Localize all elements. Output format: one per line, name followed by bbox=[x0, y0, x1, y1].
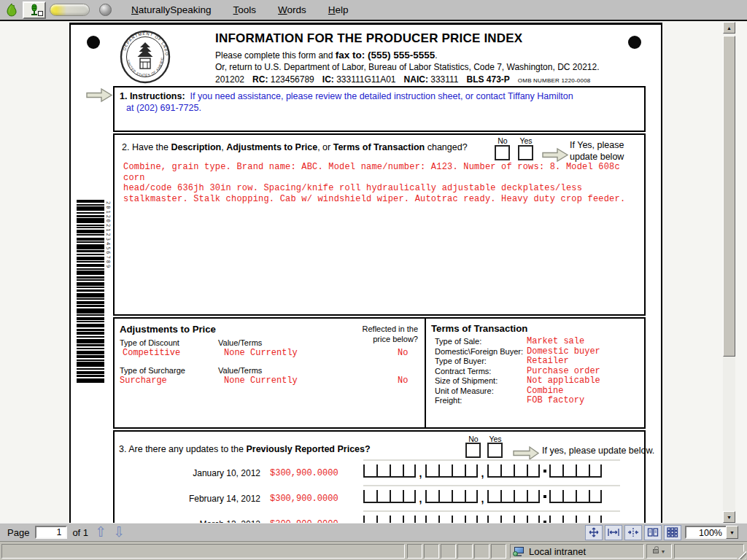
previous-page-button[interactable]: ⇧ bbox=[95, 526, 107, 539]
registration-mark-right bbox=[628, 36, 641, 49]
price-entry-combs[interactable]: , , bbox=[363, 516, 602, 523]
fit-width-button[interactable] bbox=[605, 525, 622, 540]
fit-width-icon bbox=[608, 527, 619, 537]
view-mode-buttons bbox=[585, 525, 681, 540]
seal-eagle-icon bbox=[138, 42, 153, 57]
section1-line1: 1. Instructions: If you need assistance,… bbox=[120, 91, 573, 101]
form-page: DEPARTMENT OF LABOR UNITED STATES OF AME… bbox=[69, 23, 662, 523]
dragon-logo-icon bbox=[2, 1, 20, 19]
section2-question: 2. Have the Description, Adjustments to … bbox=[122, 142, 468, 152]
ic-code: IC: 333111G11A01 bbox=[322, 74, 396, 85]
adjustments-box: Adjustments to Price Reflected in thepri… bbox=[113, 317, 426, 429]
reported-price: $300,900.0000 bbox=[270, 494, 338, 504]
zone-label: Local intranet bbox=[529, 546, 586, 557]
surcharge-reflected-flag: No bbox=[398, 376, 408, 386]
terms-box: Terms of Transaction Type of Sale:Market… bbox=[425, 317, 646, 429]
discount-type-label: Type of Discount bbox=[120, 338, 179, 347]
zoom-combo[interactable]: ▼ bbox=[685, 526, 738, 539]
microphone-button[interactable] bbox=[23, 1, 46, 19]
section1-box: 1. Instructions: If you need assistance,… bbox=[113, 86, 646, 132]
status-pane bbox=[491, 544, 506, 559]
menu-words[interactable]: Words bbox=[267, 3, 317, 17]
scroll-thumb[interactable] bbox=[723, 36, 735, 357]
fit-visible-icon bbox=[627, 527, 639, 537]
value-terms-label2: Value/Terms bbox=[218, 366, 262, 375]
status-pane bbox=[424, 544, 439, 559]
document-viewer: DEPARTMENT OF LABOR UNITED STATES OF AME… bbox=[0, 21, 747, 523]
menu-tools[interactable]: Tools bbox=[222, 3, 268, 17]
period-code: 201202 bbox=[215, 74, 244, 85]
page-count-label: of 1 bbox=[72, 527, 88, 538]
pointer-arrow-icon bbox=[542, 147, 569, 163]
registration-mark-left bbox=[87, 36, 100, 49]
dol-seal: DEPARTMENT OF LABOR UNITED STATES OF AME… bbox=[119, 29, 171, 85]
menu-help[interactable]: Help bbox=[317, 3, 360, 17]
page-label: Page bbox=[7, 527, 29, 538]
price-date: January 10, 2012 bbox=[151, 468, 260, 478]
zoom-dropdown-button[interactable]: ▼ bbox=[726, 526, 738, 539]
status-sphere-icon bbox=[99, 4, 112, 16]
reflected-label: Reflected in theprice below? bbox=[363, 324, 418, 344]
facing-pages-icon bbox=[647, 527, 659, 537]
discount-value: None Currently bbox=[224, 348, 298, 358]
facing-pages-button[interactable] bbox=[644, 525, 662, 540]
mic-status-square bbox=[38, 11, 43, 16]
surcharge-value: None Currently bbox=[224, 376, 298, 386]
scroll-down-button[interactable]: ▼ bbox=[723, 511, 735, 523]
naic-code: NAIC: 333111 bbox=[404, 74, 459, 85]
scroll-up-button[interactable]: ▲ bbox=[723, 22, 735, 34]
security-lock-pane[interactable]: ▼ bbox=[646, 544, 672, 559]
lock-dropdown-caret: ▼ bbox=[661, 549, 666, 554]
section3-box: 3. Are there any updates to the Previous… bbox=[113, 430, 646, 523]
next-page-button[interactable]: ⇩ bbox=[113, 526, 125, 539]
return-address-line: Or, return to U.S. Department of Labor, … bbox=[215, 62, 600, 72]
status-pane bbox=[407, 544, 422, 559]
section3-no-checkbox[interactable] bbox=[465, 443, 481, 458]
status-message-pane bbox=[1, 544, 405, 559]
fax-number: fax to: (555) 555-5555 bbox=[336, 50, 436, 61]
section2-no-checkbox[interactable] bbox=[495, 145, 510, 160]
fit-page-icon bbox=[588, 527, 600, 537]
pager-toolbar: Page of 1 ⇧ ⇩ ▼ bbox=[0, 523, 747, 541]
volume-meter bbox=[50, 4, 90, 16]
menu-naturallyspeaking[interactable]: NaturallySpeaking bbox=[120, 3, 222, 17]
section2-box: 2. Have the Description, Adjustments to … bbox=[113, 133, 646, 316]
status-pane bbox=[457, 544, 473, 559]
adjustments-title: Adjustments to Price bbox=[120, 324, 216, 335]
rc-code: RC: 123456789 bbox=[252, 74, 314, 85]
item-description: Combine, grain type. Brand name: ABC. Mo… bbox=[123, 162, 644, 204]
discount-reflected-flag: No bbox=[398, 348, 408, 358]
thumbnail-grid-icon bbox=[667, 527, 678, 537]
intranet-zone-icon bbox=[514, 547, 525, 556]
status-pane bbox=[674, 544, 744, 559]
page-number-input[interactable] bbox=[35, 526, 67, 539]
section3-yes-checkbox[interactable] bbox=[487, 443, 503, 458]
fit-visible-button[interactable] bbox=[624, 525, 642, 540]
vertical-scrollbar[interactable]: ▲ ▼ bbox=[723, 22, 735, 523]
pointer-arrow-icon bbox=[86, 88, 113, 103]
fit-page-button[interactable] bbox=[585, 525, 603, 540]
dragon-toolbar: NaturallySpeaking Tools Words Help bbox=[0, 0, 747, 21]
form-code: BLS 473-P bbox=[466, 74, 509, 85]
section3-question: 3. Are there any updates to the Previous… bbox=[119, 444, 371, 454]
surcharge-type-label: Type of Surcharge bbox=[120, 366, 185, 375]
zoom-level-input[interactable] bbox=[685, 526, 726, 539]
terms-title: Terms of Transaction bbox=[431, 323, 527, 334]
lock-icon bbox=[653, 549, 659, 553]
pointer-arrow-icon bbox=[512, 446, 541, 461]
yes-label: Yes bbox=[518, 136, 534, 145]
barcode-digits: 201202123456789 bbox=[105, 201, 111, 384]
value-terms-label: Value/Terms bbox=[218, 338, 262, 347]
price-date: February 14, 2012 bbox=[151, 494, 260, 504]
section2-hint: If Yes, pleaseupdate below bbox=[570, 139, 624, 163]
section2-yes-checkbox[interactable] bbox=[518, 145, 533, 160]
omb-number: OMB NUMBER 1220-0008 bbox=[518, 77, 591, 84]
section3-hint: If yes, please update below. bbox=[542, 446, 654, 456]
price-entry-combs[interactable]: , , bbox=[363, 464, 602, 478]
price-entry-combs[interactable]: , , bbox=[363, 490, 602, 503]
security-zone-pane: Local intranet bbox=[510, 544, 644, 559]
section1-line2: at (202) 691-7725. bbox=[126, 103, 201, 113]
thumbnail-view-button[interactable] bbox=[664, 525, 681, 540]
fax-line: Please complete this form and fax to: (5… bbox=[215, 50, 438, 61]
barcode-stripes bbox=[77, 200, 104, 384]
